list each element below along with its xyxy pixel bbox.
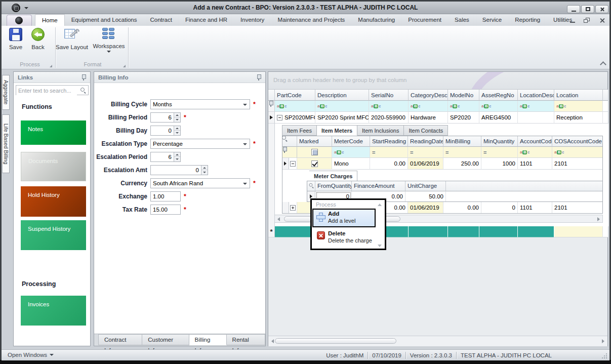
resize-grip[interactable] (601, 353, 607, 358)
cell-accountcode[interactable]: 1101 (518, 202, 552, 214)
side-tab-life-based-billing[interactable]: Life Based Billing (2, 114, 10, 173)
documents-button[interactable]: Documents (21, 152, 86, 181)
cell-serialno[interactable]: 2020-559900 (369, 112, 409, 124)
column-header-minbilling[interactable]: MinBilling (443, 136, 481, 147)
tab-rental-info[interactable]: Rental Info (227, 334, 265, 345)
column-header-marked[interactable]: Marked (297, 136, 332, 147)
column-header-locationdesc[interactable]: LocationDesc (518, 90, 554, 101)
ribbon-tab-procurement[interactable]: Procurement (401, 14, 448, 26)
minimize-button[interactable] (567, 5, 580, 13)
pin-icon[interactable] (256, 74, 261, 80)
cell-minbilling[interactable]: 0.00 (443, 202, 481, 214)
cell-partcode[interactable]: SP2020MFC (275, 112, 315, 124)
billing-day-stepper[interactable]: 0 (150, 126, 181, 136)
column-header-serialno[interactable]: SerialNo (369, 90, 409, 101)
tab-item-fees[interactable]: Item Fees (282, 125, 317, 136)
filter-cell-categorydesc[interactable]: aBc (409, 101, 448, 112)
column-header-location[interactable]: Location (554, 90, 603, 101)
cell-location[interactable]: Reception (554, 112, 603, 124)
cell-unitcharge[interactable]: 50.00 (405, 191, 446, 202)
filter-cell-modelno[interactable]: aBc (448, 101, 479, 112)
tab-meter-charges[interactable]: Meter Charges (309, 171, 357, 181)
cell-modelno[interactable]: SP2020 (448, 112, 479, 124)
column-header-categorydesc[interactable]: CategoryDesc (409, 90, 448, 101)
format-group-launcher-icon[interactable] (123, 65, 126, 67)
search-icon[interactable] (284, 138, 290, 144)
pin-icon[interactable] (81, 74, 86, 80)
filter-cell-assetregno[interactable]: aBc (479, 101, 518, 112)
mdi-minimize-icon[interactable] (567, 17, 579, 24)
checkbox-indeterminate[interactable] (311, 149, 318, 155)
expand-cell[interactable] (289, 158, 297, 170)
back-button[interactable]: Back (27, 28, 49, 50)
ribbon-tab-manufacturing[interactable]: Manufacturing (351, 14, 401, 26)
collapse-ribbon-icon[interactable] (600, 61, 606, 68)
column-header-metercode[interactable]: MeterCode (332, 136, 370, 147)
scroll-right-icon[interactable] (602, 339, 604, 343)
panel-horizontal-scrollbar[interactable] (268, 336, 607, 346)
notes-button[interactable]: Notes (21, 120, 86, 145)
filter-cell-cosaccountcode[interactable]: aBc (552, 147, 603, 158)
menu-scroll-up-icon[interactable] (378, 204, 382, 206)
save-button[interactable]: Save (5, 28, 27, 50)
search-icon[interactable] (80, 88, 87, 94)
cell-cosaccountcode[interactable]: 2101 (552, 158, 603, 170)
filter-cell-description[interactable]: aBc (315, 101, 369, 112)
filter-cell-minbilling[interactable]: = (443, 147, 481, 158)
filter-cell-minquantity[interactable]: = (481, 147, 518, 158)
maximize-button[interactable] (581, 5, 594, 13)
cell-startreading[interactable]: 0.00 (370, 158, 408, 170)
mdi-restore-icon[interactable] (582, 17, 593, 24)
new-row-cell[interactable] (448, 226, 479, 237)
column-header-minquantity[interactable]: MinQuantity (481, 136, 518, 147)
filter-cell-serialno[interactable]: aBc (369, 101, 409, 112)
new-row-cell[interactable] (518, 226, 554, 237)
filter-cell-metercode[interactable]: aBc (332, 147, 370, 158)
suspend-history-button[interactable]: Suspend History (21, 220, 86, 250)
expand-row-icon[interactable] (290, 205, 296, 211)
tab-item-meters[interactable]: Item Meters (317, 125, 357, 136)
tab-item-contacts[interactable]: Item Contacts (404, 125, 448, 136)
application-menu-button[interactable] (7, 15, 32, 26)
column-header-financeamount[interactable]: FinanceAmount (352, 181, 405, 191)
column-header-accountcode[interactable]: AccountCode (518, 136, 552, 147)
ribbon-tab-service[interactable]: Service (476, 14, 508, 26)
scroll-left-icon[interactable] (271, 339, 274, 343)
billing-period-stepper[interactable]: 6 (150, 112, 181, 123)
row-indicator[interactable] (268, 112, 275, 124)
new-row-cell[interactable] (479, 226, 518, 237)
side-tab-aggregate[interactable]: Aggregate (2, 75, 10, 110)
workspaces-button[interactable]: Workspaces (91, 28, 127, 53)
column-header-description[interactable]: Description (315, 90, 369, 101)
filter-cell-location[interactable]: aBc (554, 101, 603, 112)
column-header-cosaccountcode[interactable]: COSAccountCode (552, 136, 603, 147)
process-group-launcher-icon[interactable] (50, 65, 52, 67)
ribbon-tab-sales[interactable]: Sales (448, 14, 476, 26)
tab-billing-info[interactable]: Billing Info (189, 334, 227, 345)
exchange-field[interactable]: 1.00 (150, 191, 181, 201)
cell-locationdesc[interactable] (518, 112, 554, 124)
filter-cell-marked[interactable] (297, 147, 332, 158)
new-row-cell[interactable] (409, 226, 448, 237)
cell-minquantity[interactable]: 0 (481, 202, 518, 214)
tab-contract-info[interactable]: Contract Info (98, 334, 142, 345)
tab-item-inclusions[interactable]: Item Inclusions (357, 125, 404, 136)
filter-cell-partcode[interactable]: aBc (275, 101, 315, 112)
ribbon-tab-reporting[interactable]: Reporting (508, 14, 547, 26)
search-icon[interactable] (309, 183, 313, 188)
row-indicator[interactable] (282, 158, 289, 170)
ribbon-tab-inventory[interactable]: Inventory (234, 14, 271, 26)
cell-accountcode[interactable]: 1101 (518, 158, 552, 170)
cell-cosaccountcode[interactable]: 2101 (552, 202, 603, 214)
filter-cell-startreading[interactable]: = (370, 147, 408, 158)
spinner-buttons[interactable] (174, 113, 180, 122)
group-by-panel[interactable]: Drag a column header here to group by th… (268, 72, 607, 90)
expand-cell[interactable] (289, 202, 297, 214)
mdi-close-icon[interactable] (597, 17, 608, 24)
filter-cell-accountcode[interactable]: aBc (518, 147, 552, 158)
ribbon-tab-equipment-and-locations[interactable]: Equipment and Locations (65, 14, 144, 26)
column-header-unitcharge[interactable]: UnitCharge (405, 181, 446, 191)
column-header-modelno[interactable]: ModelNo (448, 90, 479, 101)
escalation-type-dropdown[interactable]: Percentage (150, 139, 250, 149)
menu-item-delete[interactable]: Delete Delete the charge (313, 229, 379, 247)
